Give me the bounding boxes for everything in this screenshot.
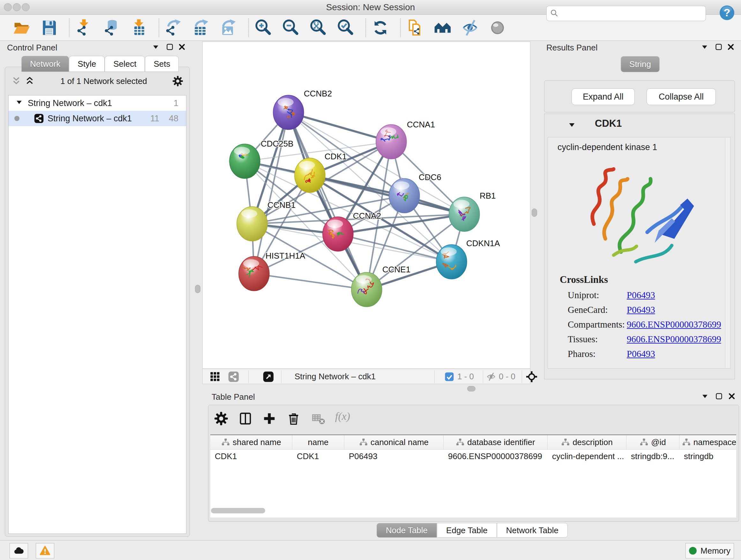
control-panel-maximize-icon[interactable] <box>165 43 174 51</box>
table-cell[interactable]: CDK1 <box>210 451 292 461</box>
column-header--id[interactable]: @id <box>626 435 679 449</box>
warnings-button[interactable] <box>36 543 54 558</box>
table-panel-close-icon[interactable] <box>728 392 736 400</box>
tab-edge-table[interactable]: Edge Table <box>437 523 497 538</box>
results-panel-close-icon[interactable] <box>727 43 735 51</box>
node-CCNB1[interactable]: CCNB1 <box>237 200 295 241</box>
hide-selected-button[interactable] <box>461 19 479 37</box>
delete-table-icon[interactable] <box>312 412 326 426</box>
network-collection-row[interactable]: String Network – cdk1 1 <box>9 96 186 111</box>
first-neighbors-button[interactable] <box>434 19 452 37</box>
column-header-database-identifier[interactable]: database identifier <box>444 435 548 449</box>
export-table-button[interactable] <box>192 19 210 37</box>
node-CDKN1A[interactable]: CDKN1A <box>436 239 500 279</box>
hidden-eye-slash-icon[interactable] <box>486 372 496 382</box>
table-cell[interactable]: stringdb:9... <box>626 451 679 461</box>
zoom-fit-button[interactable] <box>309 19 327 37</box>
selected-nodes-checkbox[interactable] <box>445 372 454 381</box>
control-panel-float-icon[interactable] <box>151 43 160 51</box>
fit-selected-crosshair-icon[interactable] <box>526 371 538 383</box>
table-horizontal-scrollbar[interactable] <box>211 508 265 513</box>
column-header-description[interactable]: description <box>548 435 626 449</box>
table-panel-float-icon[interactable] <box>701 392 709 400</box>
column-header-canonical-name[interactable]: canonical name <box>344 435 444 449</box>
table-options-gear-icon[interactable] <box>214 412 228 426</box>
tab-sets[interactable]: Sets <box>145 56 179 72</box>
create-column-plus-icon[interactable] <box>262 412 276 426</box>
table-row[interactable]: CDK1CDK1P064939606.ENSP00000378699cyclin… <box>210 449 736 463</box>
network-view-canvas[interactable]: CCNB2 CCNA1 CDC25B CDK1 CDC6 RB1 <box>202 42 530 369</box>
network-snapshot-button[interactable] <box>406 19 424 37</box>
gene-expander-icon[interactable] <box>567 120 576 131</box>
table-cell[interactable]: cyclin-dependent ... <box>548 451 626 461</box>
export-network-button[interactable] <box>165 19 183 37</box>
tab-network[interactable]: Network <box>21 56 69 72</box>
node-CCNE1[interactable]: CCNE1 <box>351 265 410 307</box>
import-network-from-file-button[interactable] <box>75 19 93 37</box>
status-bar: Memory <box>0 540 741 560</box>
apply-preferred-layout-button[interactable] <box>372 19 389 37</box>
collapse-all-button[interactable]: Collapse All <box>647 88 716 105</box>
column-header-shared-name[interactable]: shared name <box>210 435 292 449</box>
app-store-cloud-button[interactable] <box>10 543 28 558</box>
open-session-button[interactable] <box>13 19 30 37</box>
table-cell[interactable]: P06493 <box>344 451 444 461</box>
footer-separator <box>281 370 281 383</box>
node-CCNA1[interactable]: CCNA1 <box>376 120 435 159</box>
tab-string[interactable]: String <box>621 56 660 72</box>
table-panel-maximize-icon[interactable] <box>715 392 723 400</box>
column-header-name[interactable]: name <box>292 435 344 449</box>
footer-separator <box>483 370 483 383</box>
table-cell[interactable]: 9606.ENSP00000378699 <box>444 451 548 461</box>
crosslink-link[interactable]: 9606.ENSP00000378699 <box>627 319 721 329</box>
zoom-out-button[interactable] <box>282 19 300 37</box>
zoom-in-button[interactable] <box>254 19 272 37</box>
import-network-from-database-button[interactable] <box>103 19 120 37</box>
results-panel-maximize-icon[interactable] <box>715 43 723 51</box>
crosslink-link[interactable]: P06493 <box>627 290 655 300</box>
delete-column-trash-icon[interactable] <box>286 412 300 426</box>
node-RB1[interactable]: RB1 <box>449 191 496 232</box>
search-input[interactable] <box>559 7 705 20</box>
show-grid-icon[interactable] <box>210 371 220 382</box>
right-splitter-handle[interactable] <box>532 208 537 217</box>
memory-status-button[interactable]: Memory <box>685 543 734 558</box>
column-header-namespace[interactable]: namespace <box>679 435 736 449</box>
expand-all-button[interactable]: Expand All <box>571 88 635 105</box>
crosslink-row: Tissues:9606.ENSP00000378699 <box>568 334 721 345</box>
gene-header-row[interactable]: CDK1 <box>544 117 735 134</box>
node-CCNB2[interactable]: CCNB2 <box>273 89 332 130</box>
table-panel-title: Table Panel <box>212 392 255 402</box>
results-panel-float-icon[interactable] <box>700 43 709 51</box>
birdseye-view-icon[interactable] <box>263 371 274 382</box>
network-view-title: String Network – cdk1 <box>294 369 376 384</box>
tab-network-table[interactable]: Network Table <box>497 523 568 538</box>
crosslink-link[interactable]: P06493 <box>627 305 655 315</box>
left-splitter-handle[interactable] <box>195 285 200 293</box>
tab-node-table[interactable]: Node Table <box>377 523 437 538</box>
collapse-all-networks-icon[interactable] <box>11 76 22 86</box>
table-cell[interactable]: CDK1 <box>292 451 344 461</box>
save-session-button[interactable] <box>40 19 58 37</box>
import-table-button[interactable] <box>130 19 148 37</box>
collection-expander-icon[interactable] <box>15 98 23 109</box>
network-options-gear-icon[interactable] <box>172 76 183 86</box>
tab-style[interactable]: Style <box>69 56 105 72</box>
expand-all-networks-icon[interactable] <box>24 76 35 86</box>
function-builder-fx[interactable]: f(x) <box>335 410 350 422</box>
protein-structure-image <box>576 159 704 273</box>
network-share-view-icon[interactable] <box>228 371 239 382</box>
control-panel-close-icon[interactable] <box>178 43 186 51</box>
node-HIST1H1A[interactable]: HIST1H1A <box>238 251 306 291</box>
tab-select[interactable]: Select <box>105 56 145 72</box>
show-all-button[interactable] <box>488 19 507 37</box>
crosslink-link[interactable]: 9606.ENSP00000378699 <box>627 334 721 344</box>
network-row-selected[interactable]: String Network – cdk1 11 48 <box>9 111 186 126</box>
results-scrollbar[interactable] <box>725 138 730 368</box>
table-cell[interactable]: stringdb <box>679 451 736 461</box>
help-button[interactable]: ? <box>718 4 736 21</box>
export-image-button[interactable] <box>219 19 238 37</box>
show-columns-icon[interactable] <box>239 412 253 426</box>
zoom-selected-button[interactable] <box>337 19 354 37</box>
crosslink-link[interactable]: P06493 <box>627 349 655 359</box>
